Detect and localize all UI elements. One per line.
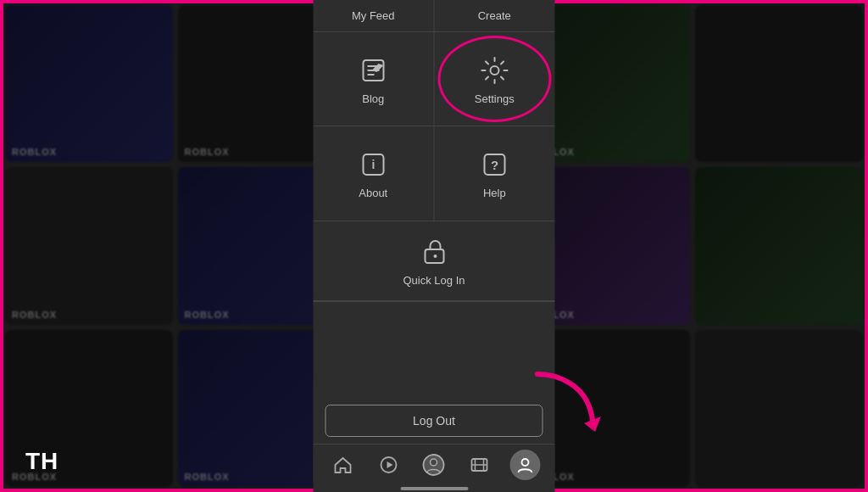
nav-play[interactable]	[373, 450, 403, 480]
about-icon: i	[356, 148, 390, 182]
blog-menu-item[interactable]: Blog	[314, 32, 435, 126]
svg-point-14	[431, 459, 437, 466]
panel-top-bar: My Feed Create	[314, 0, 555, 32]
spacer	[314, 302, 555, 396]
main-panel: My Feed Create Blog	[314, 0, 555, 492]
blog-label: Blog	[362, 92, 384, 105]
blog-icon	[356, 53, 390, 87]
watermark: TH	[25, 448, 58, 475]
quick-login-row: Quick Log In	[314, 221, 555, 302]
create-label: Create	[478, 9, 511, 22]
help-icon: ?	[477, 148, 511, 182]
svg-point-10	[433, 254, 437, 258]
quick-login-item[interactable]: Quick Log In	[314, 221, 555, 301]
nav-avatar[interactable]	[419, 450, 449, 480]
logout-button[interactable]: Log Out	[326, 405, 543, 437]
svg-point-16	[522, 459, 529, 466]
svg-text:i: i	[371, 158, 375, 171]
settings-icon	[477, 53, 511, 87]
quick-login-label: Quick Log In	[403, 274, 465, 287]
help-label: Help	[483, 187, 506, 199]
nav-home[interactable]	[327, 450, 358, 480]
nav-profile[interactable]	[510, 450, 541, 480]
about-menu-item[interactable]: i About	[314, 126, 435, 221]
settings-label: Settings	[475, 92, 515, 105]
svg-text:?: ?	[491, 158, 498, 172]
quick-login-icon	[417, 235, 451, 269]
settings-menu-item[interactable]: Settings	[434, 32, 555, 126]
nav-catalog[interactable]	[465, 450, 495, 480]
bg-tile: ROBLOX	[5, 167, 173, 324]
bottom-nav	[314, 444, 555, 484]
menu-grid-top: Blog Settings	[314, 32, 555, 126]
menu-grid-mid: i About ? Help	[314, 126, 555, 221]
bg-tile	[695, 330, 863, 487]
bg-tile	[695, 167, 863, 324]
my-feed-label: My Feed	[352, 9, 395, 22]
swipe-indicator	[400, 487, 468, 490]
svg-marker-12	[387, 461, 392, 468]
my-feed-tab[interactable]: My Feed	[314, 0, 435, 31]
svg-point-4	[490, 66, 498, 75]
about-label: About	[359, 187, 387, 199]
logout-area: Log Out	[314, 396, 555, 444]
create-tab[interactable]: Create	[434, 0, 555, 31]
bg-tile	[695, 5, 863, 162]
help-menu-item[interactable]: ? Help	[434, 126, 555, 221]
bg-tile: ROBLOX	[5, 5, 173, 162]
